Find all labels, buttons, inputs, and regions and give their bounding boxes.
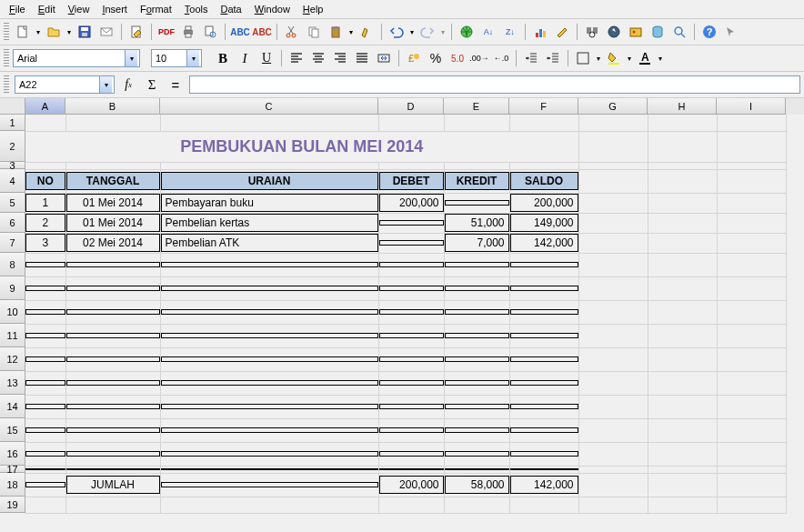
menu-file[interactable]: File — [4, 2, 31, 16]
toolbar-grip-3[interactable] — [4, 75, 9, 94]
help-button[interactable]: ? — [699, 22, 719, 42]
decrease-indent-button[interactable] — [521, 48, 541, 68]
col-header-h[interactable]: H — [648, 98, 717, 115]
formula-input[interactable] — [189, 75, 800, 94]
row-header-13[interactable]: 13 — [0, 371, 25, 395]
gallery-button[interactable] — [626, 22, 646, 42]
print-preview-button[interactable] — [200, 22, 220, 42]
col-header-i[interactable]: I — [717, 98, 786, 115]
row-header-16[interactable]: 16 — [0, 442, 25, 466]
format-paintbrush-button[interactable] — [357, 22, 377, 42]
row-header-18[interactable]: 18 — [0, 473, 25, 497]
borders-button[interactable] — [573, 48, 593, 68]
standard-format-button[interactable]: 5.0 — [447, 48, 467, 68]
row-header-10[interactable]: 10 — [0, 300, 25, 324]
paste-dropdown[interactable]: ▾ — [347, 28, 355, 36]
new-button[interactable] — [13, 22, 33, 42]
row-header-4[interactable]: 4 — [0, 169, 25, 193]
align-right-button[interactable] — [330, 48, 350, 68]
font-size-combo[interactable]: ▾ — [151, 49, 202, 67]
open-button[interactable] — [44, 22, 64, 42]
font-name-dropdown[interactable]: ▾ — [125, 50, 137, 66]
show-draw-button[interactable] — [552, 22, 572, 42]
open-dropdown[interactable]: ▾ — [65, 28, 73, 36]
increase-indent-button[interactable] — [543, 48, 563, 68]
bgcolor-button[interactable] — [604, 48, 624, 68]
menu-window[interactable]: Window — [249, 2, 296, 16]
new-dropdown[interactable]: ▾ — [35, 28, 42, 36]
zoom-button[interactable] — [669, 22, 689, 42]
font-name-combo[interactable]: ▾ — [13, 49, 140, 67]
name-box-input[interactable] — [19, 79, 99, 90]
print-button[interactable] — [178, 22, 198, 42]
sort-asc-button[interactable]: A↓ — [478, 22, 498, 42]
chart-button[interactable] — [530, 22, 550, 42]
fontcolor-dropdown[interactable]: ▾ — [657, 55, 664, 63]
undo-button[interactable] — [387, 22, 407, 42]
menu-view[interactable]: View — [63, 2, 95, 16]
font-size-input[interactable] — [156, 53, 186, 64]
toolbar-grip-2[interactable] — [4, 49, 9, 67]
col-header-g[interactable]: G — [578, 98, 648, 115]
borders-dropdown[interactable]: ▾ — [595, 55, 602, 63]
font-size-dropdown[interactable]: ▾ — [186, 50, 199, 66]
col-header-b[interactable]: B — [65, 98, 160, 115]
col-header-e[interactable]: E — [444, 98, 509, 115]
menu-help[interactable]: Help — [297, 2, 329, 16]
function-button[interactable]: = — [166, 75, 186, 95]
align-center-button[interactable] — [308, 48, 328, 68]
paste-button[interactable] — [326, 22, 346, 42]
row-header-6[interactable]: 6 — [0, 213, 25, 233]
row-header-14[interactable]: 14 — [0, 395, 25, 418]
whatsthis-button[interactable] — [721, 22, 741, 42]
copy-button[interactable] — [304, 22, 324, 42]
sort-desc-button[interactable]: Z↓ — [500, 22, 520, 42]
menu-insert[interactable]: Insert — [96, 2, 133, 16]
cut-button[interactable] — [282, 22, 302, 42]
navigator-button[interactable] — [604, 22, 624, 42]
redo-dropdown[interactable]: ▾ — [439, 28, 447, 36]
menu-format[interactable]: Format — [135, 2, 177, 16]
undo-dropdown[interactable]: ▾ — [408, 28, 416, 36]
row-header-15[interactable]: 15 — [0, 418, 25, 442]
sum-button[interactable]: Σ — [142, 75, 162, 95]
italic-button[interactable]: I — [235, 48, 255, 68]
find-button[interactable] — [582, 22, 602, 42]
save-button[interactable] — [75, 22, 95, 42]
row-header-5[interactable]: 5 — [0, 193, 25, 213]
col-header-f[interactable]: F — [509, 98, 578, 115]
currency-button[interactable]: ₤ — [404, 48, 424, 68]
name-box[interactable]: ▾ — [15, 75, 115, 94]
col-header-d[interactable]: D — [378, 98, 444, 115]
align-left-button[interactable] — [286, 48, 307, 68]
datasources-button[interactable] — [648, 22, 668, 42]
row-header-9[interactable]: 9 — [0, 276, 25, 300]
email-button[interactable] — [96, 22, 116, 42]
edit-file-button[interactable] — [126, 22, 146, 42]
col-header-c[interactable]: C — [160, 98, 378, 115]
row-header-12[interactable]: 12 — [0, 347, 25, 371]
row-header-3[interactable]: 3 — [0, 162, 25, 169]
row-header-8[interactable]: 8 — [0, 253, 25, 276]
align-justify-button[interactable] — [352, 48, 372, 68]
row-header-1[interactable]: 1 — [0, 115, 25, 131]
row-header-11[interactable]: 11 — [0, 324, 25, 347]
delete-decimal-button[interactable]: ←.0 — [491, 48, 511, 68]
percent-button[interactable]: % — [426, 48, 446, 68]
name-box-dropdown[interactable]: ▾ — [99, 76, 112, 93]
merge-cells-button[interactable] — [374, 48, 394, 68]
spellcheck-button[interactable]: ABC — [230, 22, 250, 42]
menu-edit[interactable]: Edit — [33, 2, 61, 16]
fontcolor-button[interactable]: A — [635, 48, 655, 68]
bold-button[interactable]: B — [213, 48, 233, 68]
bgcolor-dropdown[interactable]: ▾ — [626, 55, 633, 63]
select-all-corner[interactable] — [0, 98, 25, 115]
col-header-a[interactable]: A — [25, 98, 65, 115]
pdf-button[interactable]: PDF — [156, 22, 176, 42]
cells[interactable]: PEMBUKUAN BULAN MEI 2014 NO TANGGAL URAI… — [25, 115, 787, 514]
row-header-19[interactable]: 19 — [0, 497, 25, 513]
font-name-input[interactable] — [17, 53, 125, 64]
row-header-2[interactable]: 2 — [0, 131, 25, 162]
add-decimal-button[interactable]: .00→ — [469, 48, 489, 68]
underline-button[interactable]: U — [256, 48, 276, 68]
